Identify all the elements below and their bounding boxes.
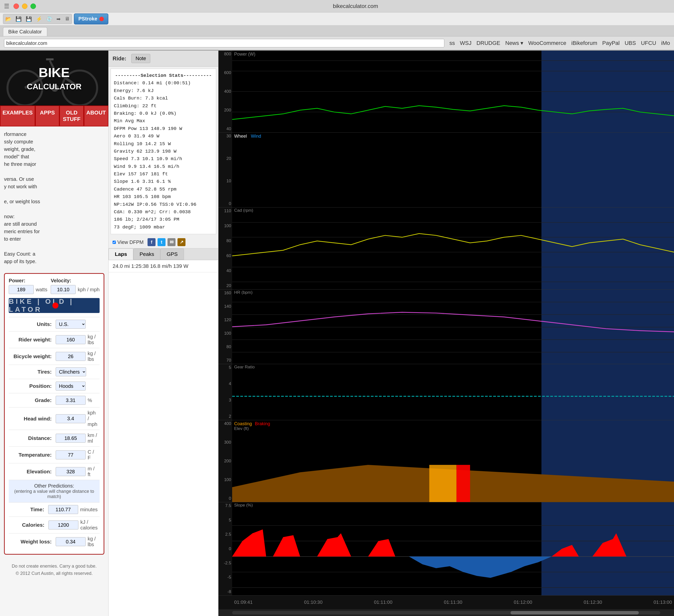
- pstroke-label: PStroke: [78, 16, 97, 22]
- x-label-6: 01:12:30: [584, 600, 602, 605]
- velocity-input[interactable]: [51, 285, 76, 294]
- svg-marker-41: [592, 533, 626, 557]
- examples-button[interactable]: EXAMPLES: [0, 106, 35, 127]
- cad-tick-110: 110: [224, 208, 232, 213]
- hr-svg: [232, 290, 674, 364]
- units-select[interactable]: U.S. Metric: [56, 320, 86, 329]
- scrollbar-track[interactable]: [232, 611, 660, 615]
- gear-chart-area: Gear Ratio: [232, 364, 674, 420]
- grade-input[interactable]: [56, 396, 86, 405]
- weight-loss-input[interactable]: [56, 537, 86, 546]
- head-wind-label: Head wind:: [11, 416, 56, 422]
- power-unit: watts: [36, 287, 47, 293]
- elevation-label: Elevation:: [11, 469, 56, 475]
- note-button[interactable]: Note: [131, 54, 150, 63]
- pstroke-button[interactable]: PStroke: [74, 13, 108, 24]
- distance-row: Distance: km / ml: [9, 430, 100, 446]
- twitter-icon[interactable]: t: [157, 238, 165, 246]
- calories-input[interactable]: [48, 520, 78, 529]
- tires-select[interactable]: Clinchers Tubulars: [56, 367, 86, 376]
- nav-item-imo[interactable]: iMo: [661, 40, 670, 46]
- forward-icon[interactable]: ➡: [57, 16, 61, 22]
- tab-laps[interactable]: Laps: [109, 249, 133, 260]
- nav-item-drudge[interactable]: DRUDGE: [476, 40, 500, 46]
- power-input[interactable]: [9, 285, 34, 294]
- svg-marker-36: [273, 535, 300, 557]
- folder-icon[interactable]: 📂: [5, 16, 11, 22]
- bicycle-weight-input[interactable]: [56, 352, 86, 361]
- nav-item-wsj[interactable]: WSJ: [460, 40, 471, 46]
- time-input[interactable]: [48, 505, 78, 514]
- nav-item-ibikeforum[interactable]: iBikeforum: [571, 40, 597, 46]
- calc-header-left: Power: watts: [9, 278, 47, 294]
- cad-tick-80: 80: [226, 239, 232, 244]
- head-wind-input[interactable]: [56, 414, 86, 423]
- temperature-input[interactable]: [56, 450, 86, 459]
- minimize-button[interactable]: [22, 3, 27, 9]
- stats-elev: Elev 157 167 181 ft: [114, 170, 213, 178]
- stats-box: ---------Selection Stats---------- Dista…: [111, 68, 216, 234]
- cad-tick-20: 20: [226, 283, 232, 288]
- nav-item-woocommerce[interactable]: WooCommerce: [528, 40, 566, 46]
- browser-tab-active[interactable]: Bike Calculator: [3, 27, 47, 36]
- footer-line2: © 2012 Curt Austin, all rights reserved.: [4, 570, 104, 577]
- nav-item-news[interactable]: News ▾: [505, 40, 523, 46]
- rider-weight-input[interactable]: [56, 335, 86, 344]
- position-select[interactable]: Hoods Drops Aero: [56, 381, 86, 391]
- stats-energy: Energy: 7.6 kJ: [114, 87, 213, 95]
- share-icon[interactable]: ↗: [178, 238, 186, 246]
- tires-row: Tires: Clinchers Tubulars: [9, 364, 100, 379]
- elev-chart-row: 400 300 200 100 0 Coasting Braking Elev …: [218, 420, 674, 502]
- apps-button[interactable]: APPS: [35, 106, 60, 127]
- maximize-button[interactable]: [30, 3, 36, 9]
- temperature-unit: C / F: [88, 449, 98, 461]
- monitor-icon[interactable]: 🖥: [65, 16, 70, 22]
- head-wind-row: Head wind: kph / mph: [9, 407, 100, 430]
- tires-input-area: Clinchers Tubulars: [56, 367, 98, 376]
- x-axis: 01:09:41 01:10:30 01:11:00 01:11:30 01:1…: [218, 596, 674, 609]
- speed-chart-row: 30 20 10 0 Wheel Wind: [218, 133, 674, 207]
- browser-chrome: ☰ bikecalculator.com 📂 💾 💾 ⚡ 💿 ➡ 🖥 PStro…: [0, 0, 674, 51]
- stats-slope: Slope 1.6 3.31 6.1 %: [114, 178, 213, 185]
- units-row: Units: U.S. Metric: [9, 317, 100, 331]
- tab-peaks[interactable]: Peaks: [133, 249, 160, 260]
- save2-icon[interactable]: 💾: [26, 16, 32, 22]
- ride-label: Ride:: [113, 55, 126, 62]
- slope-tick-n5: -5: [227, 575, 232, 580]
- units-label: Units:: [11, 321, 56, 327]
- stats-dfpm-pow: DFPM Pow 113 148.9 190 W: [114, 125, 213, 132]
- close-button[interactable]: [13, 3, 19, 9]
- scrollbar-thumb[interactable]: [511, 611, 639, 615]
- disk-icon[interactable]: 💿: [46, 16, 52, 22]
- browser-toolbar: 📂 💾 💾 ⚡ 💿 ➡ 🖥 PStroke: [0, 12, 674, 25]
- speed-svg: [232, 133, 674, 207]
- nav-item-ubs[interactable]: UBS: [625, 40, 636, 46]
- gear-tick-4: 4: [229, 381, 232, 386]
- save-icon[interactable]: 💾: [15, 16, 22, 22]
- nav-item-paypal[interactable]: PayPal: [602, 40, 620, 46]
- view-dfpm-checkbox[interactable]: [113, 241, 116, 244]
- hr-tick-120: 120: [224, 317, 232, 322]
- old-stuff-button[interactable]: OLD STUFF: [60, 106, 84, 127]
- right-panel: 800 600 400 200 40 Power (W): [218, 51, 674, 616]
- stats-speed: Speed 7.3 10.1 10.9 mi/h: [114, 155, 213, 163]
- about-button[interactable]: ABOUT: [84, 106, 108, 127]
- stats-np: NP:142W IP:0.56 TSS:0 VI:0.96: [114, 201, 213, 208]
- weight-loss-row: Weight loss: kg / lbs: [9, 533, 100, 550]
- email-icon[interactable]: ✉: [167, 238, 176, 246]
- tires-label: Tires:: [11, 369, 56, 375]
- address-bar[interactable]: bikecalculator.com: [4, 39, 444, 47]
- x-label-5: 01:12:00: [514, 600, 532, 605]
- elevation-input[interactable]: [56, 467, 86, 476]
- distance-input[interactable]: [56, 434, 86, 443]
- nav-item-ss[interactable]: ss: [449, 40, 455, 46]
- tab-gps[interactable]: GPS: [160, 249, 184, 260]
- view-dfpm-label[interactable]: View DFPM: [113, 240, 143, 245]
- nav-item-ufcu[interactable]: UFCU: [641, 40, 656, 46]
- weight-loss-input-area: kg / lbs: [56, 536, 98, 548]
- menu-icon[interactable]: ☰: [4, 3, 9, 10]
- facebook-icon[interactable]: f: [147, 238, 155, 246]
- time-row: Time: minutes: [9, 502, 100, 516]
- middle-panel: Ride: Note ---------Selection Stats-----…: [109, 51, 218, 616]
- usb-icon[interactable]: ⚡: [36, 16, 42, 22]
